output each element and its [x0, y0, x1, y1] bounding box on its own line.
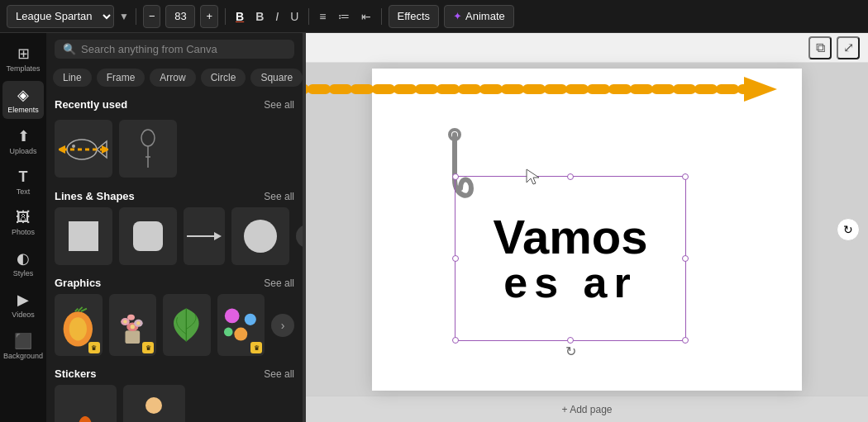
graphic-item-papaya[interactable]: ♛: [55, 294, 103, 356]
svg-rect-19: [125, 330, 140, 344]
graphic-item-misc[interactable]: ♛: [217, 294, 265, 356]
left-panel: 🔍 Line Frame Arrow Circle Square > Recen…: [46, 33, 303, 422]
photos-icon: 🖼: [16, 209, 31, 226]
sidebar-item-elements[interactable]: ◈ Elements: [2, 81, 44, 119]
handle-tl[interactable]: [452, 173, 459, 180]
tab-frame[interactable]: Frame: [97, 69, 145, 87]
list-icon[interactable]: ≔: [335, 8, 353, 25]
recent-item-pin[interactable]: [119, 120, 177, 178]
add-page-button[interactable]: + Add page: [561, 404, 612, 415]
sidebar-item-styles[interactable]: ◐ Styles: [2, 244, 44, 282]
leaf-svg: [163, 298, 211, 352]
indent-icon[interactable]: ⇤: [358, 8, 374, 25]
svg-point-29: [234, 328, 247, 341]
add-page-bar: + Add page: [306, 396, 868, 422]
square-shape-svg: [64, 217, 103, 255]
sidebar-item-photos[interactable]: 🖼 Photos: [2, 204, 44, 241]
text-color-icon[interactable]: B: [232, 8, 247, 25]
shape-item-rounded[interactable]: [119, 207, 177, 265]
text-label: Text: [17, 187, 31, 196]
shape-item-circle[interactable]: [231, 207, 289, 265]
recent-item-fish[interactable]: [55, 120, 112, 178]
svg-point-13: [244, 220, 277, 253]
lines-shapes-title: Lines & Shapes: [55, 190, 135, 202]
elements-icon: ◈: [17, 86, 29, 104]
tab-line[interactable]: Line: [53, 69, 92, 87]
handle-br[interactable]: [682, 337, 689, 344]
handle-ml[interactable]: [452, 255, 459, 262]
svg-marker-37: [744, 77, 777, 102]
canvas-text-box[interactable]: Vamos es ar ↻: [455, 176, 686, 341]
effects-button[interactable]: Effects: [389, 5, 440, 28]
sidebar-item-videos[interactable]: ▶ Videos: [2, 286, 44, 324]
underline-icon[interactable]: U: [287, 8, 302, 25]
graphics-grid: ♛ ♛: [55, 294, 294, 359]
search-icon: 🔍: [63, 43, 76, 55]
canvas-text-line1: Vamos: [494, 213, 648, 261]
sidebar-item-background[interactable]: ⬛ Background: [2, 327, 44, 365]
handle-bl[interactable]: [452, 337, 459, 344]
italic-icon[interactable]: I: [272, 8, 282, 25]
graphics-see-all[interactable]: See all: [264, 277, 294, 289]
recently-used-row: [55, 116, 294, 182]
canvas-workspace[interactable]: Vamos es ar ↻ ↻: [306, 63, 868, 396]
sidebar-item-text[interactable]: T Text: [2, 164, 44, 201]
shapes-more-button[interactable]: ›: [296, 225, 303, 248]
font-select[interactable]: League Spartan: [7, 5, 114, 28]
handle-bm[interactable]: [567, 337, 574, 344]
sticker-item-flower[interactable]: [55, 385, 117, 422]
tab-arrow[interactable]: Arrow: [150, 69, 195, 87]
graphics-more-button[interactable]: ›: [271, 314, 294, 337]
photos-label: Photos: [12, 228, 35, 236]
handle-mr[interactable]: [682, 255, 689, 262]
styles-icon: ◐: [17, 249, 30, 268]
graphic-item-leaf[interactable]: [163, 294, 211, 356]
svg-point-6: [141, 130, 155, 146]
font-size-input[interactable]: [165, 5, 195, 28]
uploads-icon: ⬆: [17, 127, 30, 145]
tab-circle[interactable]: Circle: [201, 69, 246, 87]
rounded-shape-svg: [129, 217, 167, 255]
recently-used-see-all[interactable]: See all: [264, 99, 294, 111]
animate-button[interactable]: ✦ Animate: [444, 5, 514, 28]
handle-tm[interactable]: [567, 173, 574, 180]
stickers-row: [55, 385, 294, 422]
white-canvas: Vamos es ar ↻: [372, 69, 802, 391]
rotate-handle[interactable]: ↻: [562, 344, 579, 360]
align-icon[interactable]: ≡: [316, 8, 329, 25]
person-sticker-svg: [127, 389, 181, 422]
shape-item-line[interactable]: [184, 207, 225, 265]
separator-3: [308, 8, 309, 25]
canvas-expand-button[interactable]: ⤢: [837, 36, 860, 59]
svg-point-35: [145, 397, 162, 414]
stickers-see-all[interactable]: See all: [264, 368, 294, 380]
canvas-copy-button[interactable]: ⧉: [808, 36, 832, 59]
svg-point-27: [224, 309, 239, 324]
sidebar-item-uploads[interactable]: ⬆ Uploads: [2, 122, 44, 160]
uploads-label: Uploads: [9, 147, 36, 155]
dotted-arrow-svg: [306, 64, 794, 114]
svg-line-18: [81, 309, 87, 312]
elements-label: Elements: [7, 106, 39, 114]
fish-svg: [59, 126, 108, 172]
search-input[interactable]: [81, 43, 286, 55]
lines-shapes-see-all[interactable]: See all: [264, 191, 294, 202]
lines-shapes-header: Lines & Shapes See all: [55, 182, 294, 207]
graphic-item-flowers[interactable]: ♛: [109, 294, 157, 356]
videos-label: Videos: [12, 311, 34, 319]
sticker-item-person[interactable]: [123, 385, 185, 422]
sidebar-item-templates[interactable]: ⊞ Templates: [2, 40, 44, 78]
templates-label: Templates: [6, 64, 40, 73]
svg-point-24: [130, 325, 134, 329]
handle-tr[interactable]: [682, 173, 689, 180]
font-size-minus[interactable]: −: [143, 5, 161, 28]
bold-icon[interactable]: B: [252, 8, 267, 25]
stickers-title: Stickers: [55, 367, 97, 380]
graphics-header: Graphics See all: [55, 268, 294, 294]
tab-square[interactable]: Square: [250, 69, 303, 87]
svg-point-28: [244, 314, 255, 325]
shape-item-square[interactable]: [55, 207, 112, 265]
svg-point-15: [69, 317, 87, 340]
font-size-plus[interactable]: +: [200, 5, 218, 28]
canvas-refresh-button[interactable]: ↻: [837, 218, 860, 241]
